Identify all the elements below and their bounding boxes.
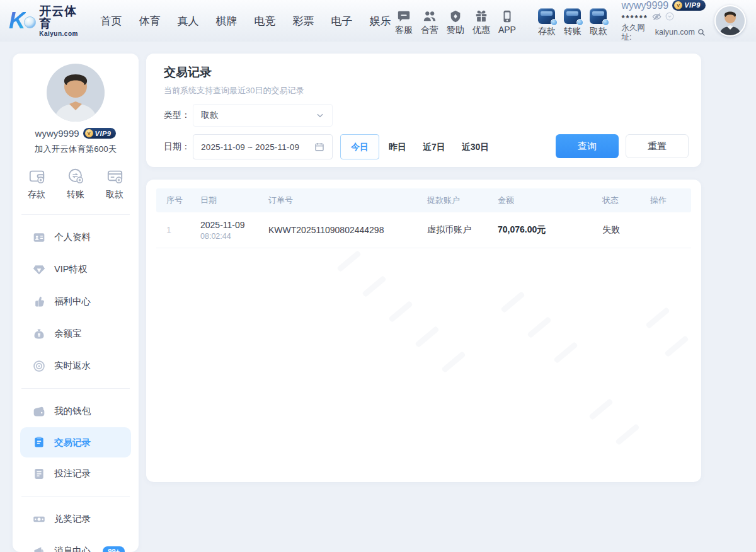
sidebar-menu-group-1: 个人资料 VIP特权 福利中心 余额宝 实时返水 — [13, 217, 139, 386]
nav-slots[interactable]: 电子 — [331, 14, 352, 28]
chevron-down-icon — [316, 111, 324, 120]
col-no: 序号 — [156, 195, 190, 206]
sidebar-item-wallet[interactable]: 我的钱包 — [13, 395, 139, 427]
site-url[interactable]: kaiyun.com — [655, 28, 695, 37]
vip-gem-icon: V — [674, 1, 682, 9]
type-filter-row: 类型： 取款 — [164, 104, 333, 127]
row-no: 1 — [156, 225, 190, 235]
quick-transfer-button[interactable]: 转账 — [67, 168, 84, 200]
sidebar-item-transactions[interactable]: 交易记录 — [20, 427, 131, 457]
nav-live[interactable]: 真人 — [177, 14, 198, 28]
vip-badge[interactable]: V VIP9 — [672, 0, 706, 11]
row-status: 失败 — [592, 224, 640, 236]
magnifier-icon[interactable] — [697, 28, 706, 37]
row-account: 虚拟币账户 — [417, 224, 488, 236]
sidebar-item-profile[interactable]: 个人资料 — [13, 221, 139, 253]
username[interactable]: wywy9999 — [621, 1, 668, 10]
divider — [21, 388, 130, 389]
col-account: 提款账户 — [417, 195, 488, 206]
brand-name-cn: 开云体育 — [39, 5, 86, 30]
nav-chess[interactable]: 棋牌 — [215, 14, 237, 28]
sidebar-menu-group-2: 我的钱包 交易记录 投注记录 — [13, 391, 139, 493]
col-action: 操作 — [640, 195, 691, 206]
soccer-ball-icon — [24, 16, 36, 28]
rebate-icon — [33, 360, 45, 372]
phone-icon — [494, 6, 520, 23]
quick-withdraw-button[interactable]: 取款 — [106, 168, 123, 200]
sponsor-link[interactable]: 赞助 — [442, 6, 468, 36]
vip-gem-icon: V — [85, 129, 93, 137]
type-select[interactable]: 取款 — [193, 104, 333, 127]
date-range-value: 2025-11-09 ~ 2025-11-09 — [201, 142, 314, 152]
table-row: 1 2025-11-09 08:02:44 KWWT20251109080244… — [156, 212, 691, 248]
sidebar-item-welfare[interactable]: 福利中心 — [13, 285, 139, 318]
kaiyun-logo-icon: K — [9, 8, 36, 33]
quick-date-yesterday[interactable]: 昨日 — [382, 134, 413, 159]
nav-esports[interactable]: 电竞 — [254, 14, 275, 28]
deposit-link[interactable]: 存款 — [534, 4, 559, 37]
profile-vip-badge[interactable]: V VIP9 — [83, 128, 117, 139]
calendar-icon — [314, 142, 324, 152]
search-button[interactable]: 查询 — [556, 134, 619, 158]
header-user-block: wywy9999 V VIP9 ****** 永久网址: kaiyun.com — [621, 0, 706, 42]
unread-count-badge: 99+ — [103, 546, 125, 552]
sidebar-menu-group-3: 兑奖记录 消息中心 99+ — [13, 499, 139, 552]
row-date: 2025-11-09 08:02:44 — [190, 220, 258, 241]
date-range-input[interactable]: 2025-11-09 ~ 2025-11-09 — [193, 134, 333, 159]
header-wallet-links: 存款 转账 取款 — [534, 4, 611, 37]
page-subtitle: 当前系统支持查询最近30日的交易记录 — [164, 85, 304, 96]
sidebar-item-bet-records[interactable]: 投注记录 — [13, 457, 139, 490]
gift-icon — [468, 6, 494, 23]
logo-letter: K — [9, 8, 26, 33]
app-link[interactable]: APP — [494, 6, 520, 35]
sidebar-quick-actions: 存款 转账 取款 — [13, 155, 139, 212]
sidebar-item-rebate[interactable]: 实时返水 — [13, 350, 139, 382]
promo-link[interactable]: 优惠 — [468, 6, 494, 36]
withdraw-link[interactable]: 取款 — [585, 4, 611, 37]
sidebar-item-yuebao[interactable]: 余额宝 — [13, 318, 139, 350]
deposit-icon — [538, 8, 555, 24]
nav-home[interactable]: 首页 — [100, 14, 122, 28]
transfer-link[interactable]: 转账 — [559, 4, 585, 37]
quick-date-today[interactable]: 今日 — [340, 134, 379, 159]
user-avatar[interactable] — [714, 5, 746, 37]
quick-date-buttons: 今日 昨日 近7日 近30日 — [340, 134, 496, 159]
joined-days-text: 加入开云体育第600天 — [13, 144, 139, 155]
eye-off-icon[interactable] — [652, 12, 662, 21]
nav-entertainment[interactable]: 娱乐 — [369, 14, 391, 28]
reset-button[interactable]: 重置 — [626, 134, 689, 158]
row-order-no: KWWT202511090802444298 — [258, 225, 417, 235]
partners-icon — [416, 6, 442, 23]
service-link[interactable]: 客服 — [391, 6, 416, 36]
partners-link[interactable]: 合营 — [416, 6, 442, 36]
id-card-icon — [33, 231, 45, 244]
wallet-icon — [28, 168, 45, 185]
top-header: K 开云体育 Kaiyun.com 首页 体育 真人 棋牌 电竞 彩票 电子 娱… — [0, 0, 756, 42]
wallet2-icon — [33, 405, 45, 418]
chat-icon — [391, 6, 416, 23]
profile-avatar[interactable] — [47, 64, 105, 122]
sponsor-icon — [442, 6, 468, 23]
sidebar-item-prize-records[interactable]: 兑奖记录 — [13, 503, 139, 535]
col-status: 状态 — [592, 195, 640, 206]
type-label: 类型： — [164, 110, 193, 121]
quick-date-7days[interactable]: 近7日 — [416, 134, 452, 159]
nav-lottery[interactable]: 彩票 — [292, 14, 314, 28]
col-order: 订单号 — [258, 195, 417, 206]
table-header: 序号 日期 订单号 提款账户 金额 状态 操作 — [156, 188, 691, 212]
transactions-icon — [33, 436, 45, 449]
quick-deposit-button[interactable]: 存款 — [28, 168, 45, 200]
filter-card: 交易记录 当前系统支持查询最近30日的交易记录 类型： 取款 日期： 2025-… — [146, 54, 701, 167]
records-table-card: 序号 日期 订单号 提款账户 金额 状态 操作 1 2025-11-09 08:… — [146, 180, 701, 482]
col-amount: 金额 — [488, 195, 592, 206]
bet-records-icon — [33, 468, 45, 480]
sidebar: wywy9999 V VIP9 加入开云体育第600天 存款 转账 取款 个人资… — [13, 54, 139, 552]
masked-balance: ****** — [621, 12, 648, 21]
brand-logo[interactable]: K 开云体育 Kaiyun.com — [9, 5, 86, 37]
sidebar-item-messages[interactable]: 消息中心 99+ — [13, 535, 139, 552]
brand-name-en: Kaiyun.com — [39, 30, 86, 37]
chevron-circle-icon[interactable] — [665, 12, 674, 21]
quick-date-30days[interactable]: 近30日 — [455, 134, 496, 159]
sidebar-item-vip[interactable]: VIP特权 — [13, 253, 139, 285]
nav-sports[interactable]: 体育 — [139, 14, 160, 28]
